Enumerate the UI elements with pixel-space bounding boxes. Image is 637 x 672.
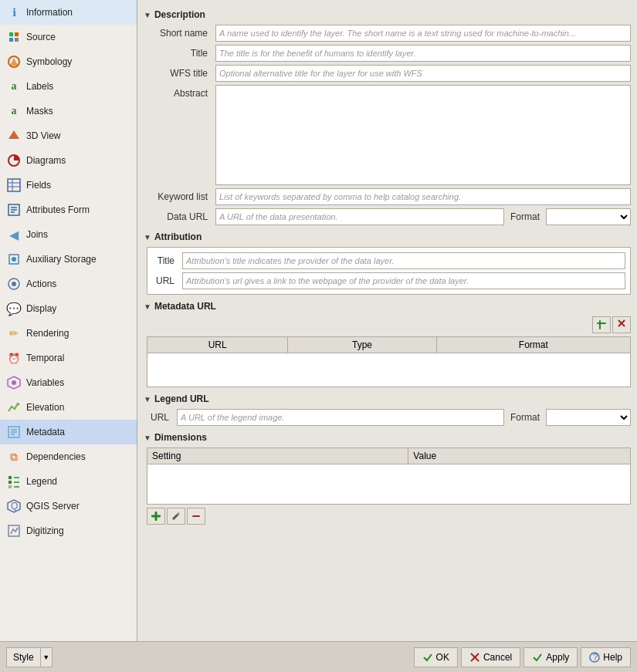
sidebar-item-variables[interactable]: Variables — [0, 370, 137, 395]
sidebar-item-labels[interactable]: a Labels — [0, 74, 137, 99]
3dview-icon — [6, 128, 22, 144]
sidebar-item-source[interactable]: Source — [0, 25, 137, 49]
sidebar-label-source: Source — [26, 32, 56, 42]
sidebar-item-rendering[interactable]: ✏ Rendering — [0, 321, 137, 346]
keyword-list-label: Keyword list — [147, 191, 212, 202]
sidebar-label-symbology: Symbology — [26, 56, 72, 67]
sidebar-item-elevation[interactable]: Elevation — [0, 395, 137, 420]
display-icon: 💬 — [6, 301, 22, 316]
metadata-url-empty-row — [147, 353, 631, 387]
metadata-url-arrow: ▼ — [144, 302, 151, 311]
attribution-url-input[interactable] — [182, 272, 625, 289]
sidebar-label-labels: Labels — [26, 81, 53, 92]
description-section: ▼ Description Short name Title WFS title… — [144, 9, 631, 225]
cancel-icon — [469, 652, 480, 663]
keyword-list-input[interactable] — [215, 188, 631, 205]
sidebar-item-auxiliary-storage[interactable]: Auxiliary Storage — [0, 247, 137, 272]
svg-rect-27 — [8, 485, 12, 488]
sidebar-item-temporal[interactable]: ⏰ Temporal — [0, 346, 137, 370]
description-header[interactable]: ▼ Description — [144, 9, 631, 20]
metadata-url-remove-btn[interactable] — [612, 316, 631, 333]
attribution-header[interactable]: ▼ Attribution — [144, 231, 631, 242]
apply-button[interactable]: Apply — [523, 647, 578, 667]
attribution-url-row: URL — [152, 272, 625, 289]
wfs-title-input[interactable] — [215, 65, 631, 82]
ok-icon — [422, 652, 433, 663]
svg-rect-35 — [597, 322, 606, 324]
short-name-input[interactable] — [215, 25, 631, 42]
cancel-button[interactable]: Cancel — [461, 647, 520, 667]
sidebar-item-fields[interactable]: Fields — [0, 173, 137, 198]
dimensions-empty-row — [147, 464, 631, 505]
sidebar-item-attributes-form[interactable]: Attributes Form — [0, 198, 137, 222]
dimensions-edit-btn[interactable] — [167, 508, 185, 525]
svg-point-20 — [12, 380, 16, 385]
sidebar-item-diagrams[interactable]: Diagrams — [0, 148, 137, 173]
data-url-row: Data URL Format — [147, 208, 631, 225]
legend-url-format-select[interactable] — [546, 409, 631, 426]
cancel-label: Cancel — [483, 652, 512, 663]
short-name-label: Short name — [147, 28, 212, 39]
title-input[interactable] — [215, 45, 631, 62]
rendering-icon: ✏ — [6, 326, 22, 341]
sidebar-item-3dview[interactable]: 3D View — [0, 123, 137, 148]
dimensions-remove-btn[interactable] — [187, 508, 205, 525]
sidebar-item-qgis-server[interactable]: Q QGIS Server — [0, 494, 137, 518]
legend-url-header[interactable]: ▼ Legend URL — [144, 393, 631, 404]
sidebar-label-fields: Fields — [26, 180, 51, 191]
sidebar-item-masks[interactable]: a Masks — [0, 99, 137, 123]
metadata-url-header[interactable]: ▼ Metadata URL — [144, 301, 631, 312]
sidebar-label-metadata: Metadata — [26, 427, 65, 437]
legend-icon — [6, 474, 22, 489]
dimensions-add-btn[interactable] — [147, 508, 165, 525]
data-url-input[interactable] — [215, 208, 504, 225]
sidebar-label-digitizing: Digitizing — [26, 525, 64, 536]
data-url-format-select[interactable] — [546, 208, 631, 225]
sidebar-item-legend[interactable]: Legend — [0, 469, 137, 494]
sidebar-item-information[interactable]: ℹ Information — [0, 0, 137, 25]
help-button[interactable]: ? Help — [581, 647, 631, 667]
svg-rect-1 — [15, 32, 19, 36]
help-icon: ? — [589, 652, 600, 663]
symbology-icon — [6, 54, 22, 69]
sidebar-item-display[interactable]: 💬 Display — [0, 296, 137, 321]
apply-label: Apply — [546, 652, 569, 663]
dimensions-header[interactable]: ▼ Dimensions — [144, 432, 631, 443]
svg-point-16 — [12, 257, 16, 262]
sidebar-item-joins[interactable]: ◀ Joins — [0, 222, 137, 247]
information-icon: ℹ — [6, 5, 22, 20]
attribution-title-input[interactable] — [182, 252, 625, 269]
legend-url-input[interactable] — [177, 409, 504, 426]
sidebar-item-metadata[interactable]: Metadata — [0, 420, 137, 444]
abstract-label: Abstract — [147, 88, 212, 99]
metadata-url-add-btn[interactable] — [592, 316, 611, 333]
actions-icon — [6, 276, 22, 292]
abstract-input[interactable] — [215, 85, 631, 185]
sidebar-item-symbology[interactable]: Symbology — [0, 49, 137, 74]
svg-rect-36 — [597, 325, 606, 326]
attribution-title: Attribution — [154, 231, 202, 242]
source-icon — [6, 29, 22, 45]
dimensions-section: ▼ Dimensions Setting Value — [144, 432, 631, 525]
style-dropdown-arrow[interactable]: ▼ — [40, 647, 53, 667]
svg-rect-34 — [599, 320, 601, 329]
sidebar-item-digitizing[interactable]: Digitizing — [0, 518, 137, 543]
dimensions-content: Setting Value — [144, 447, 631, 525]
metadata-url-section: ▼ Metadata URL URL Type — [144, 301, 631, 387]
svg-rect-25 — [8, 476, 12, 479]
style-button[interactable]: Style — [6, 647, 40, 667]
elevation-icon — [6, 400, 22, 415]
format-label: Format — [507, 211, 543, 222]
description-title: Description — [154, 9, 205, 20]
sidebar-item-actions[interactable]: Actions — [0, 272, 137, 296]
sidebar-item-dependencies[interactable]: ⧉ Dependencies — [0, 444, 137, 469]
attribution-section: ▼ Attribution Title URL — [144, 231, 631, 295]
ok-button[interactable]: OK — [414, 647, 458, 667]
metadata-url-col-format: Format — [436, 337, 630, 353]
content-area: ▼ Description Short name Title WFS title… — [137, 0, 637, 641]
sidebar-label-joins: Joins — [26, 229, 48, 240]
legend-url-content: URL Format — [144, 409, 631, 426]
sidebar-label-elevation: Elevation — [26, 402, 64, 413]
legend-format-label: Format — [507, 412, 543, 423]
svg-point-18 — [12, 282, 16, 286]
